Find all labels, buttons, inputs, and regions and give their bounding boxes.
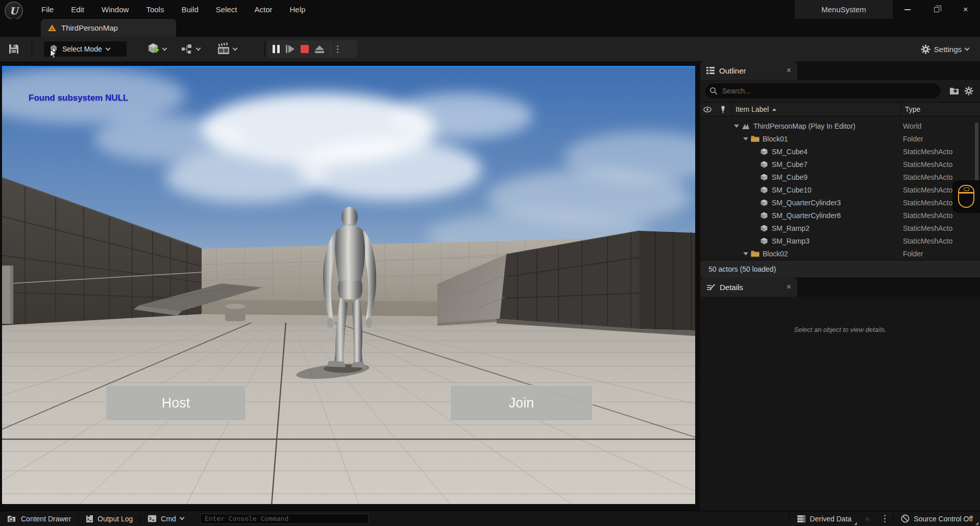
level-viewport[interactable]: Found subsystem NULL Host Join	[2, 66, 695, 504]
clapperboard-icon	[216, 42, 231, 56]
window-controls: ×	[893, 0, 980, 19]
chevron-down-icon	[105, 45, 110, 51]
tab-details[interactable]: Details ×	[700, 277, 797, 297]
cinematics-button[interactable]	[216, 37, 237, 61]
pin-column-header[interactable]	[715, 106, 731, 113]
content-drawer-button[interactable]: Content Drawer	[0, 511, 78, 526]
outliner-row[interactable]: SM_QuarterCylinder6 StaticMeshActo	[700, 209, 980, 222]
type-column-header[interactable]: Type	[901, 103, 980, 116]
outliner-row[interactable]: SM_QuarterCylinder3 StaticMeshActo	[700, 196, 980, 209]
tab-thirdpersonmap[interactable]: ThirdPersonMap	[41, 19, 176, 37]
search-icon	[709, 87, 718, 95]
output-log-label: Output Log	[97, 515, 133, 523]
window-title: MenuSystem	[795, 0, 893, 19]
source-control-button[interactable]: Source Control Off	[894, 511, 980, 526]
active-viewport-corner	[2, 67, 9, 74]
toolbar-separator	[264, 41, 265, 57]
play-options-kebab-icon[interactable]	[337, 45, 338, 53]
host-button[interactable]: Host	[106, 385, 246, 421]
save-button[interactable]	[8, 37, 19, 61]
outliner-row[interactable]: Block01 Folder	[700, 132, 980, 145]
close-details-icon[interactable]: ×	[787, 283, 791, 291]
outliner-row[interactable]: Block02 Folder	[700, 247, 980, 260]
folder-icon	[750, 135, 760, 142]
menu-edit[interactable]: Edit	[62, 0, 93, 19]
sort-ascending-icon	[772, 108, 776, 111]
outliner-item-type: StaticMeshActo	[903, 237, 975, 245]
close-icon: ×	[963, 5, 968, 14]
popup-corner-icon	[854, 522, 857, 525]
eject-button[interactable]	[315, 45, 324, 53]
outliner-search-row	[700, 80, 980, 102]
expand-arrow-icon[interactable]	[742, 137, 749, 140]
right-panel: Outliner ×	[700, 61, 980, 511]
outliner-row[interactable]: SM_Ramp3 StaticMeshActo	[700, 234, 980, 247]
outliner-item-type: StaticMeshActo	[903, 224, 975, 232]
settings-label: Settings	[934, 45, 962, 54]
eye-icon	[703, 107, 712, 112]
add-actor-button[interactable]	[147, 37, 166, 61]
menu-actor[interactable]: Actor	[246, 0, 281, 19]
details-tab-row: Details ×	[700, 277, 980, 297]
play-controls	[267, 40, 357, 58]
cmd-label: Cmd	[161, 515, 176, 523]
chevron-down-icon	[965, 45, 970, 51]
settings-dropdown[interactable]: Settings	[921, 37, 969, 61]
close-button[interactable]: ×	[951, 0, 980, 19]
minimize-button[interactable]	[893, 0, 922, 19]
outliner-item-label: SM_Cube10	[772, 186, 812, 194]
unreal-logo-icon[interactable]: U	[5, 2, 23, 20]
restore-button[interactable]	[922, 0, 951, 19]
outliner-row[interactable]: SM_Cube9 StaticMeshActo	[700, 171, 980, 183]
menu-tools[interactable]: Tools	[137, 0, 173, 19]
tab-outliner[interactable]: Outliner ×	[700, 61, 797, 80]
item-label-column-header[interactable]: Item Label	[731, 103, 901, 116]
join-button[interactable]: Join	[450, 385, 593, 421]
menu-select[interactable]: Select	[207, 0, 246, 19]
kebab-dots-icon	[884, 515, 886, 522]
outliner-row[interactable]: SM_Cube7 StaticMeshActo	[700, 158, 980, 171]
outliner-row[interactable]: ThirdPersonMap (Play In Editor) World	[700, 119, 980, 132]
outliner-search-input[interactable]	[705, 84, 940, 98]
outliner-row[interactable]: SM_Cube4 StaticMeshActo	[700, 145, 980, 158]
outliner-item-type: StaticMeshActo	[903, 160, 975, 169]
node-graph-icon	[181, 43, 194, 55]
folder-icon	[750, 250, 760, 257]
pause-button[interactable]	[273, 45, 280, 53]
menu-build[interactable]: Build	[173, 0, 207, 19]
chevron-down-icon	[162, 45, 167, 51]
mouse-outline-icon	[958, 185, 974, 208]
mouse-cursor	[50, 49, 58, 59]
visibility-column-header[interactable]	[700, 107, 715, 112]
cmd-dropdown[interactable]: Cmd	[140, 511, 191, 526]
outliner-tab-label: Outliner	[719, 66, 782, 75]
blueprints-button[interactable]	[181, 37, 200, 61]
ddc-activity-button[interactable]	[859, 511, 876, 526]
unreal-editor-window: U File Edit Window Tools Build Select Ac…	[0, 0, 980, 526]
bottombar-kebab-button[interactable]	[876, 511, 893, 526]
outliner-item-type: World	[903, 122, 975, 130]
circle-slash-icon	[901, 514, 910, 523]
console-command-input[interactable]	[200, 514, 369, 524]
expand-arrow-icon[interactable]	[733, 125, 740, 128]
frame-skip-button[interactable]	[286, 45, 295, 53]
actor-count-text: 50 actors (50 loaded)	[708, 265, 776, 273]
expand-arrow-icon[interactable]	[742, 252, 749, 255]
menu-help[interactable]: Help	[281, 0, 314, 19]
details-empty-message: Select an object to view details.	[794, 326, 886, 333]
derived-data-button[interactable]: Derived Data	[790, 511, 859, 526]
source-control-label: Source Control Off	[914, 515, 973, 523]
menu-window[interactable]: Window	[93, 0, 137, 19]
output-log-button[interactable]: Output Log	[79, 511, 140, 526]
close-outliner-icon[interactable]: ×	[787, 66, 791, 75]
new-folder-icon[interactable]	[949, 86, 959, 95]
menu-file[interactable]: File	[33, 0, 62, 19]
outliner-row[interactable]: SM_Cube10 StaticMeshActo	[700, 183, 980, 196]
menu-bar: File Edit Window Tools Build Select Acto…	[33, 0, 314, 19]
debug-message: Found subsystem NULL	[29, 93, 129, 103]
chevron-down-icon	[179, 515, 184, 520]
stop-button[interactable]	[301, 45, 309, 53]
main-toolbar: Select Mode	[0, 37, 980, 61]
outliner-row[interactable]: SM_Ramp2 StaticMeshActo	[700, 222, 980, 234]
outliner-settings-gear-icon[interactable]	[964, 86, 973, 95]
